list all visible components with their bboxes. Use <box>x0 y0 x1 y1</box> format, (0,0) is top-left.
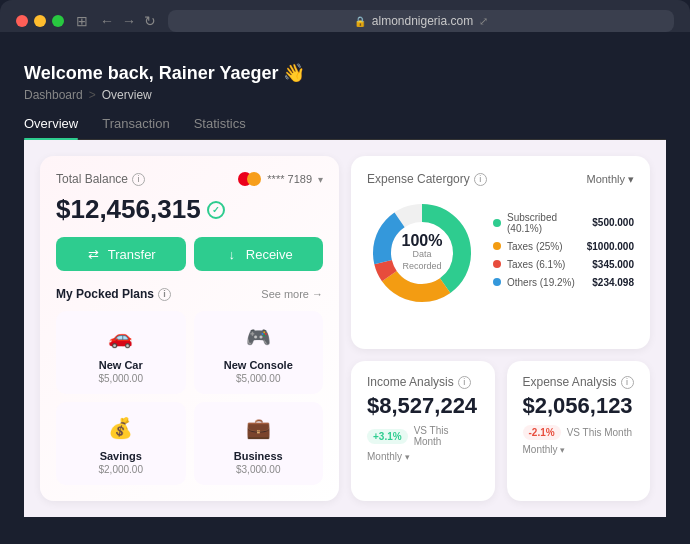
browser-chrome: ⊞ ← → ↻ 🔒 almondnigeria.com ⤢ <box>0 0 690 32</box>
expense-vs-text: VS This Month <box>567 427 632 438</box>
expense-info-icon[interactable]: i <box>474 173 487 186</box>
nav-tabs: Overview Transaction Statistics <box>24 116 666 140</box>
expense-header: Expense Catergory i Monthly ▾ <box>367 172 634 186</box>
legend-item: Subscribed (40.1%) $500.000 <box>493 212 634 234</box>
list-item[interactable]: 🎮 New Console $5,000.00 <box>194 311 324 394</box>
traffic-lights <box>16 15 64 27</box>
legend-item: Taxes (25%) $1000.000 <box>493 241 634 252</box>
legend-dot-taxes2 <box>493 260 501 268</box>
back-icon[interactable]: ← <box>100 13 114 29</box>
pocked-plans-title: My Pocked Plans i <box>56 287 171 301</box>
plan-amount: $5,000.00 <box>66 373 176 384</box>
external-link-icon: ⤢ <box>479 15 488 28</box>
expense-analysis-title: Expense Analysis i <box>523 375 635 389</box>
verified-icon: ✓ <box>207 201 225 219</box>
list-item[interactable]: 💼 Business $3,000.00 <box>194 402 324 485</box>
plans-info-icon[interactable]: i <box>158 288 171 301</box>
donut-percentage: 100% <box>395 233 450 249</box>
plan-amount: $2,000.00 <box>66 464 176 475</box>
expense-analysis-card: Expense Analysis i $2,056,123 -2.1% VS T… <box>507 361 651 501</box>
list-item[interactable]: 🚗 New Car $5,000.00 <box>56 311 186 394</box>
balance-info-icon[interactable]: i <box>132 173 145 186</box>
action-buttons: ⇄ Transfer ↓ Receive <box>56 237 323 271</box>
close-button[interactable] <box>16 15 28 27</box>
receive-icon: ↓ <box>224 246 240 262</box>
receive-button[interactable]: ↓ Receive <box>194 237 324 271</box>
breadcrumb-current: Overview <box>102 88 152 102</box>
balance-title: Total Balance i <box>56 172 145 186</box>
legend-value: $345.000 <box>592 259 634 270</box>
donut-chart: 100% Data Recorded <box>367 198 477 308</box>
arrow-right-icon: → <box>312 288 323 300</box>
income-analysis-title: Income Analysis i <box>367 375 479 389</box>
balance-amount: $12,456,315 ✓ <box>56 194 323 225</box>
expense-badge: -2.1% <box>523 425 561 440</box>
income-badge: +3.1% <box>367 429 408 444</box>
legend-value: $1000.000 <box>587 241 634 252</box>
plan-savings-icon: 💰 <box>105 412 137 444</box>
url-text: almondnigeria.com <box>372 14 473 28</box>
refresh-icon[interactable]: ↻ <box>144 13 156 29</box>
account-number: **** 7189 <box>267 173 312 185</box>
expense-amount: $2,056,123 <box>523 393 635 419</box>
sidebar-icon[interactable]: ⊞ <box>76 13 88 29</box>
legend-value: $234.098 <box>592 277 634 288</box>
plan-amount: $5,000.00 <box>204 373 314 384</box>
welcome-message: Welcome back, Rainer Yaeger 👋 <box>24 62 666 84</box>
expense-legend: Subscribed (40.1%) $500.000 Taxes (25%) … <box>493 212 634 295</box>
income-vs-text: VS This Month <box>414 425 479 447</box>
legend-label: Taxes (6.1%) <box>507 259 565 270</box>
balance-card-header: Total Balance i **** 7189 ▾ <box>56 172 323 186</box>
browser-nav-icons: ⊞ <box>76 13 88 29</box>
mastercard-icon <box>238 172 261 186</box>
income-footer: +3.1% VS This Month <box>367 425 479 447</box>
expense-category-card: Expense Catergory i Monthly ▾ <box>351 156 650 349</box>
legend-dot-subscribed <box>493 219 501 227</box>
plan-car-icon: 🚗 <box>105 321 137 353</box>
legend-item: Others (19.2%) $234.098 <box>493 277 634 288</box>
address-bar[interactable]: 🔒 almondnigeria.com ⤢ <box>168 10 674 32</box>
plan-name: New Console <box>204 359 314 371</box>
legend-label: Subscribed (40.1%) <box>507 212 592 234</box>
tab-statistics[interactable]: Statistics <box>194 116 246 139</box>
legend-dot-taxes1 <box>493 242 501 250</box>
income-info-icon[interactable]: i <box>458 376 471 389</box>
expense-monthly-link[interactable]: Monthly ▾ <box>523 444 635 455</box>
maximize-button[interactable] <box>52 15 64 27</box>
expense-footer: -2.1% VS This Month <box>523 425 635 440</box>
plan-name: Business <box>204 450 314 462</box>
income-monthly-link[interactable]: Monthly ▾ <box>367 451 479 462</box>
plan-console-icon: 🎮 <box>242 321 274 353</box>
tab-overview[interactable]: Overview <box>24 116 78 139</box>
plans-grid: 🚗 New Car $5,000.00 🎮 New Console $5,000… <box>56 311 323 485</box>
breadcrumb-separator: > <box>89 88 96 102</box>
breadcrumb-parent[interactable]: Dashboard <box>24 88 83 102</box>
balance-card: Total Balance i **** 7189 ▾ $12,456,315 … <box>40 156 339 501</box>
legend-label: Taxes (25%) <box>507 241 563 252</box>
plan-name: New Car <box>66 359 176 371</box>
minimize-button[interactable] <box>34 15 46 27</box>
chevron-down-icon: ▾ <box>628 173 634 186</box>
see-more-link[interactable]: See more → <box>261 288 323 300</box>
app-container: Welcome back, Rainer Yaeger 👋 Dashboard … <box>0 42 690 533</box>
plan-amount: $3,000.00 <box>204 464 314 475</box>
donut-label: Data Recorded <box>395 249 450 272</box>
lock-icon: 🔒 <box>354 16 366 27</box>
chevron-down-icon: ▾ <box>318 174 323 185</box>
breadcrumb: Dashboard > Overview <box>24 88 666 102</box>
legend-value: $500.000 <box>592 217 634 228</box>
income-analysis-card: Income Analysis i $8,527,224 +3.1% VS Th… <box>351 361 495 501</box>
donut-center: 100% Data Recorded <box>395 233 450 272</box>
account-chip[interactable]: **** 7189 ▾ <box>238 172 323 186</box>
list-item[interactable]: 💰 Savings $2,000.00 <box>56 402 186 485</box>
forward-icon[interactable]: → <box>122 13 136 29</box>
tab-transaction[interactable]: Transaction <box>102 116 169 139</box>
monthly-filter[interactable]: Monthly ▾ <box>586 173 634 186</box>
content-grid: Total Balance i **** 7189 ▾ $12,456,315 … <box>24 140 666 517</box>
nav-arrows: ← → ↻ <box>100 13 156 29</box>
legend-item: Taxes (6.1%) $345.000 <box>493 259 634 270</box>
plan-name: Savings <box>66 450 176 462</box>
legend-label: Others (19.2%) <box>507 277 575 288</box>
transfer-button[interactable]: ⇄ Transfer <box>56 237 186 271</box>
expense-analysis-info-icon[interactable]: i <box>621 376 634 389</box>
